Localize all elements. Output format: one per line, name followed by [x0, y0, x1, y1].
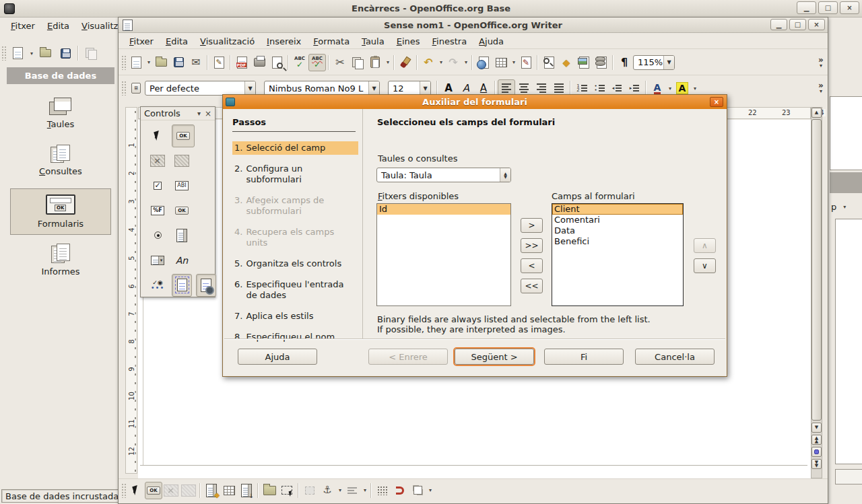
open-icon[interactable] — [35, 43, 55, 63]
font-name-combo[interactable]: Nimbus Roman No9 L ▼ — [264, 81, 380, 96]
minimize-icon[interactable]: ▁ — [797, 1, 816, 14]
font-size-combo[interactable]: 12 ▼ — [388, 81, 431, 96]
chevron-down-icon[interactable]: ▼ — [244, 81, 255, 95]
remove-all-fields-button[interactable]: << — [521, 279, 543, 293]
check-box-icon[interactable]: ✓ — [147, 176, 168, 196]
format-paintbrush-icon[interactable] — [397, 54, 414, 71]
align-dropdown-icon[interactable]: ▾ — [362, 487, 368, 493]
add-all-fields-button[interactable]: >> — [521, 238, 543, 253]
chevron-down-icon[interactable]: ▾ — [197, 110, 201, 117]
sidebar-item-taules[interactable]: Taules — [10, 92, 111, 135]
toolbar-grip[interactable] — [1, 46, 6, 61]
navigator-icon[interactable]: ◆ — [558, 54, 575, 71]
formatting-marks-icon[interactable]: ¶ — [616, 54, 633, 71]
toolbar-overflow-icon[interactable]: »▾ — [816, 57, 826, 69]
menu-formata[interactable]: Formata — [308, 35, 355, 48]
sidebar-item-informes[interactable]: Informes — [10, 238, 111, 282]
text-box-icon[interactable]: ABI — [172, 176, 192, 196]
control-wizard-icon[interactable] — [147, 151, 168, 171]
paste-icon[interactable] — [366, 54, 384, 71]
new-document-icon[interactable] — [127, 54, 145, 71]
list-item[interactable]: Benefici — [552, 236, 683, 247]
base-window-titlebar[interactable]: Encàrrecs - OpenOffice.org Base ▁ □ × — [0, 0, 862, 17]
formatted-field-icon[interactable]: %F — [147, 201, 168, 221]
copy-icon[interactable] — [349, 54, 366, 71]
more-controls-icon[interactable]: ✓◉••• — [147, 275, 168, 295]
base-menu-edita[interactable]: Edita — [42, 20, 75, 32]
maximize-icon[interactable]: □ — [818, 1, 838, 14]
zoom-combo[interactable]: 115% ▼ — [633, 55, 675, 70]
insert-table-dropdown-icon[interactable]: ▾ — [510, 59, 517, 65]
close-icon[interactable]: × — [710, 97, 723, 107]
menu-fitxer[interactable]: Fitxer — [124, 35, 159, 48]
next-page-icon[interactable]: ▼▼ — [811, 459, 822, 469]
export-pdf-icon[interactable] — [233, 54, 251, 71]
save-icon[interactable] — [170, 54, 187, 71]
page-preview-icon[interactable] — [268, 54, 286, 71]
spinner-icon[interactable]: ▲▼ — [500, 168, 510, 182]
navigation-icon[interactable] — [811, 447, 822, 457]
align-icon[interactable] — [343, 482, 361, 499]
paragraph-style-combo[interactable]: Per defecte ▼ — [145, 81, 256, 96]
next-button[interactable]: Següent > — [455, 349, 534, 365]
guides-icon[interactable] — [409, 482, 426, 499]
base-menu-visualitzacio[interactable]: Visualització — [76, 20, 118, 32]
minimize-icon[interactable]: ▁ — [770, 19, 787, 30]
menu-edita[interactable]: Edita — [160, 35, 193, 48]
scrollbar-thumb[interactable] — [811, 119, 822, 421]
dialog-titlebar[interactable]: Auxiliar del formulari — [223, 95, 727, 109]
select-icon[interactable] — [147, 126, 168, 146]
previous-page-icon[interactable]: ▲▲ — [811, 435, 822, 445]
toolbar-grip[interactable] — [121, 55, 126, 70]
help-button[interactable]: Ajuda — [238, 349, 317, 365]
finish-button[interactable]: Fi — [544, 349, 624, 365]
toolbar-more-icon[interactable]: ▾ — [427, 487, 434, 493]
push-button-icon[interactable]: OK — [172, 124, 195, 147]
styles-window-icon[interactable]: ⌸ — [127, 79, 145, 97]
design-mode-icon[interactable] — [172, 151, 192, 171]
toolbar-grip[interactable] — [121, 483, 126, 498]
edit-file-icon[interactable]: ✎ — [210, 54, 228, 71]
menu-visualitzacio[interactable]: Visualització — [195, 35, 260, 48]
menu-taula[interactable]: Taula — [356, 35, 390, 48]
scroll-up-icon[interactable]: ▲ — [811, 108, 822, 118]
print-icon[interactable] — [251, 54, 268, 71]
position-size-icon[interactable] — [301, 482, 319, 499]
wizard-step-8[interactable]: 8.Especifiqueu el nom — [232, 330, 358, 344]
chevron-down-icon[interactable]: ▼ — [420, 81, 430, 95]
undo-dropdown-icon[interactable]: ▾ — [438, 59, 444, 65]
anchor-dropdown-icon[interactable]: ▾ — [337, 487, 343, 493]
option-button-icon[interactable] — [147, 225, 168, 246]
new-document-dropdown-icon[interactable]: ▾ — [28, 50, 35, 57]
menu-eines[interactable]: Eines — [391, 35, 426, 48]
tables-combo[interactable]: Taula: Taula ▲▼ — [376, 168, 511, 182]
cancel-button[interactable]: Cancel·la — [635, 349, 715, 365]
close-icon[interactable]: × — [840, 1, 859, 14]
available-fields-list[interactable]: Id — [376, 203, 511, 306]
redo-dropdown-icon[interactable]: ▾ — [463, 59, 469, 65]
chevron-down-icon[interactable]: ▾ — [843, 204, 846, 210]
spellcheck-icon[interactable]: ABC✓ — [291, 54, 308, 71]
wizard-step-2[interactable]: 2.Configura un subformulari — [232, 162, 358, 186]
menu-finestra[interactable]: Finestra — [427, 35, 473, 48]
chevron-down-icon[interactable]: ▼ — [368, 81, 379, 95]
writer-titlebar[interactable]: Sense nom1 - OpenOffice.org Writer ▁ □ × — [119, 17, 828, 33]
push-button-icon[interactable]: OK — [145, 482, 162, 499]
wizard-step-5[interactable]: 5.Organitza els controls — [232, 257, 358, 271]
form-design-icon[interactable] — [172, 274, 192, 297]
activation-order-icon[interactable]: ↓ — [238, 482, 255, 499]
form-fields-list[interactable]: Client Comentari Data Benefici — [552, 203, 684, 306]
button-icon[interactable]: OK — [172, 201, 192, 221]
open-icon[interactable] — [152, 54, 170, 71]
controls-palette-titlebar[interactable]: Controls ▾ × — [141, 107, 215, 120]
list-box-icon[interactable] — [172, 225, 192, 246]
new-document-icon[interactable] — [7, 43, 28, 63]
combo-box-icon[interactable] — [147, 250, 168, 271]
new-document-dropdown-icon[interactable]: ▾ — [145, 59, 152, 65]
save-icon[interactable] — [55, 43, 75, 63]
close-icon[interactable]: × — [205, 109, 211, 118]
anchor-icon[interactable]: ⚓ — [319, 482, 336, 499]
maximize-icon[interactable]: □ — [789, 19, 806, 30]
form-properties-icon[interactable]: ◆ — [203, 482, 220, 499]
paste-dropdown-icon[interactable]: ▾ — [385, 59, 391, 65]
